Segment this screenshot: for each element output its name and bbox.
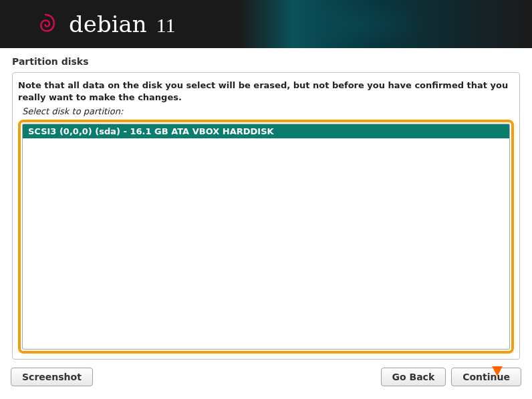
page-title: Partition disks [12, 56, 520, 67]
disk-list-highlight: SCSI3 (0,0,0) (sda) - 16.1 GB ATA VBOX H… [18, 120, 514, 354]
go-back-button[interactable]: Go Back [381, 368, 446, 386]
continue-button[interactable]: Continue [451, 368, 521, 386]
logo-name: debian [69, 11, 147, 37]
warning-text: Note that all data on the disk you selec… [18, 80, 514, 104]
button-bar: Screenshot Go Back Continue [0, 360, 532, 394]
disk-list[interactable]: SCSI3 (0,0,0) (sda) - 16.1 GB ATA VBOX H… [22, 124, 510, 350]
instruction-text: Select disk to partition: [18, 106, 514, 116]
screenshot-button[interactable]: Screenshot [11, 368, 93, 386]
logo-version: 11 [156, 14, 176, 37]
debian-swirl-icon [32, 11, 59, 37]
debian-logo-text: debian 11 [69, 11, 176, 37]
main-panel: Note that all data on the disk you selec… [12, 72, 520, 360]
installer-header: debian 11 [0, 0, 532, 48]
disk-item[interactable]: SCSI3 (0,0,0) (sda) - 16.1 GB ATA VBOX H… [23, 124, 509, 138]
